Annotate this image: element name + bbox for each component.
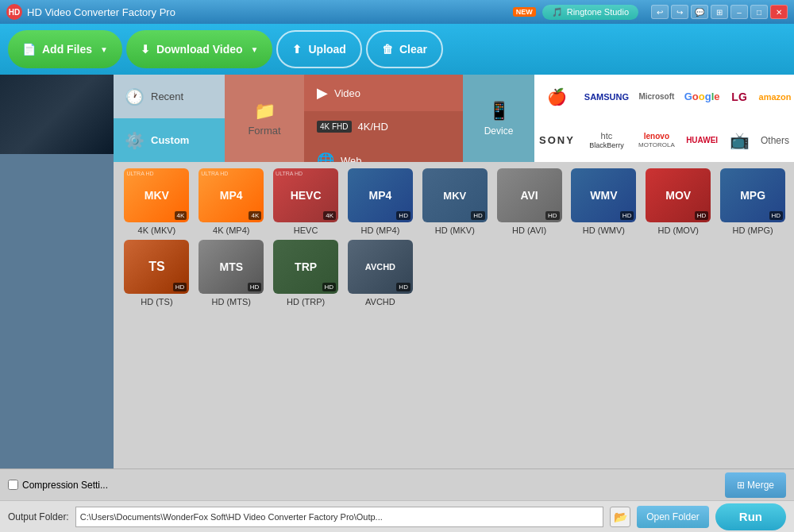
redo-button[interactable]: ↪ [671, 5, 688, 19]
toolbar: 📄 Add Files ▼ ⬇ Download Video ▼ ⬆ Uploa… [0, 24, 794, 75]
format-avchd[interactable]: AVCHD HD AVCHD [345, 240, 416, 306]
run-button[interactable]: Run [715, 503, 786, 530]
clear-label: Clear [399, 43, 427, 56]
title-bar: HD HD Video Converter Factory Pro NEW 🎵 … [0, 0, 794, 24]
format-hd-avi[interactable]: AVI HD HD (AVI) [494, 168, 565, 235]
close-button[interactable]: ✕ [770, 5, 788, 19]
format-hd-mkv[interactable]: MKV HD HD (MKV) [419, 168, 490, 235]
output-path-input[interactable] [75, 507, 603, 527]
download-icon: ⬇ [141, 43, 150, 56]
minimize-button[interactable]: – [730, 5, 748, 19]
trash-icon: 🗑 [382, 43, 393, 56]
compression-settings[interactable]: Compression Setti... [8, 480, 108, 491]
app-title: HD Video Converter Factory Pro [27, 6, 175, 18]
others-label: Others [761, 135, 789, 146]
video-icon: ▶ [317, 84, 328, 102]
ringtone-studio-label: Ringtone Studio [567, 7, 629, 17]
4khd-label: 4K/HD [358, 121, 388, 133]
output-folder-label: Output Folder: [8, 511, 69, 522]
recent-tab[interactable]: 🕐 Recent [114, 75, 225, 118]
4khd-format-tab[interactable]: 4K FHD 4K/HD [304, 111, 463, 142]
clear-button[interactable]: 🗑 Clear [366, 30, 443, 68]
brand-amazon[interactable]: amazon [754, 75, 794, 118]
amazon-logo: amazon [759, 92, 792, 102]
brand-tv[interactable]: 📺 [725, 118, 754, 162]
brand-huawei[interactable]: HUAWEI [680, 118, 725, 162]
download-dropdown-arrow: ▼ [251, 45, 259, 54]
upload-button[interactable]: ⬆ Upload [276, 30, 361, 68]
brand-lg[interactable]: LG [725, 75, 754, 118]
compression-label: Compression Setti... [22, 480, 108, 491]
format-hevc[interactable]: HEVC 4K ULTRA HD HEVC [271, 168, 341, 235]
merge-button[interactable]: ⊞ Merge [725, 472, 786, 498]
format-hd-ts[interactable]: TS HD HD (TS) [121, 240, 192, 306]
format-hd-mp4[interactable]: MP4 HD HD (MP4) [345, 168, 416, 235]
top-tabs-section: 🕐 Recent ⚙️ Custom 📁 Format ▶ Video [114, 75, 794, 162]
format-tab[interactable]: 📁 Format [225, 75, 304, 162]
samsung-logo: SAMSUNG [584, 92, 629, 102]
compression-checkbox[interactable] [8, 480, 18, 490]
recent-icon: 🕐 [125, 87, 145, 106]
run-label: Run [739, 510, 762, 523]
format-label: Format [248, 125, 280, 137]
add-files-button[interactable]: 📄 Add Files ▼ [8, 30, 122, 68]
left-panel: ▶ [0, 75, 114, 468]
brand-others[interactable]: Others [754, 118, 794, 162]
brand-htc[interactable]: htc BlackBerry [580, 118, 634, 162]
title-bar-left: HD HD Video Converter Factory Pro [6, 4, 175, 20]
ringtone-studio-button[interactable]: 🎵 Ringtone Studio [542, 5, 638, 20]
add-icon: 📄 [22, 43, 36, 56]
maximize-button[interactable]: □ [750, 5, 768, 19]
brand-samsung[interactable]: SAMSUNG [580, 75, 634, 118]
recent-label: Recent [151, 91, 183, 102]
upload-label: Upload [308, 43, 345, 56]
apple-logo: 🍎 [547, 87, 567, 106]
merge-label: ⊞ Merge [737, 480, 774, 491]
brand-lenovo[interactable]: lenovo MOTOROLA [634, 118, 680, 162]
device-icon: 📱 [488, 101, 510, 121]
format-hd-wmv[interactable]: WMV HD HD (WMV) [569, 168, 639, 235]
video-format-tab[interactable]: ▶ Video [304, 75, 463, 111]
brand-microsoft[interactable]: Microsoft [634, 75, 680, 118]
message-button[interactable]: 💬 [691, 5, 708, 19]
folder-icon: 📂 [614, 511, 627, 523]
format-hd-mpg[interactable]: MPG HD HD (MPG) [718, 168, 788, 235]
brand-google[interactable]: Google [680, 75, 725, 118]
format-items-container: MKV 4K ULTRA HD 4K (MKV) MP4 4K ULTRA HD… [121, 168, 788, 306]
video-label: Video [334, 87, 360, 99]
lenovo-logo: lenovo [644, 132, 669, 141]
huawei-logo: HUAWEI [686, 136, 718, 145]
download-video-button[interactable]: ⬇ Download Video ▼ [126, 30, 273, 68]
undo-button[interactable]: ↩ [651, 5, 669, 19]
video-thumbnail: ▶ [0, 75, 114, 154]
format-grid: MKV 4K ULTRA HD 4K (MKV) MP4 4K ULTRA HD… [114, 162, 794, 468]
music-icon: 🎵 [552, 7, 563, 17]
brand-apple[interactable]: 🍎 [534, 75, 580, 118]
lg-logo: LG [731, 91, 746, 103]
footer: Output Folder: 📂 Open Folder Run [0, 500, 794, 532]
blackberry-logo: BlackBerry [589, 141, 624, 149]
format-4k-mp4[interactable]: MP4 4K ULTRA HD 4K (MP4) [196, 168, 267, 235]
htc-logo: htc [601, 131, 613, 141]
custom-tab[interactable]: ⚙️ Custom [114, 118, 225, 162]
device-label: Device [484, 125, 514, 137]
custom-icon: ⚙️ [125, 131, 145, 150]
custom-label: Custom [151, 134, 189, 146]
settings-button[interactable]: ⊞ [711, 5, 728, 19]
brand-sony[interactable]: SONY [534, 118, 580, 162]
format-hd-trp[interactable]: TRP HD HD (TRP) [271, 240, 341, 306]
format-hd-mts[interactable]: MTS HD HD (MTS) [196, 240, 267, 306]
format-4k-mkv[interactable]: MKV 4K ULTRA HD 4K (MKV) [121, 168, 192, 235]
sony-logo: SONY [539, 134, 575, 146]
open-folder-button[interactable]: Open Folder [637, 506, 709, 528]
browse-folder-button[interactable]: 📂 [610, 507, 630, 527]
brands-section: 🍎 SAMSUNG Microsoft Google LG amazon [534, 75, 794, 162]
microsoft-logo: Microsoft [638, 92, 674, 101]
open-folder-label: Open Folder [646, 511, 700, 522]
upload-icon: ⬆ [292, 43, 302, 56]
add-dropdown-arrow: ▼ [100, 45, 108, 54]
motorola-logo: MOTOROLA [638, 141, 675, 148]
format-hd-mov[interactable]: MOV HD HD (MOV) [643, 168, 714, 235]
4k-badge-icon: 4K FHD [317, 121, 352, 133]
device-tab[interactable]: 📱 Device [463, 75, 534, 162]
